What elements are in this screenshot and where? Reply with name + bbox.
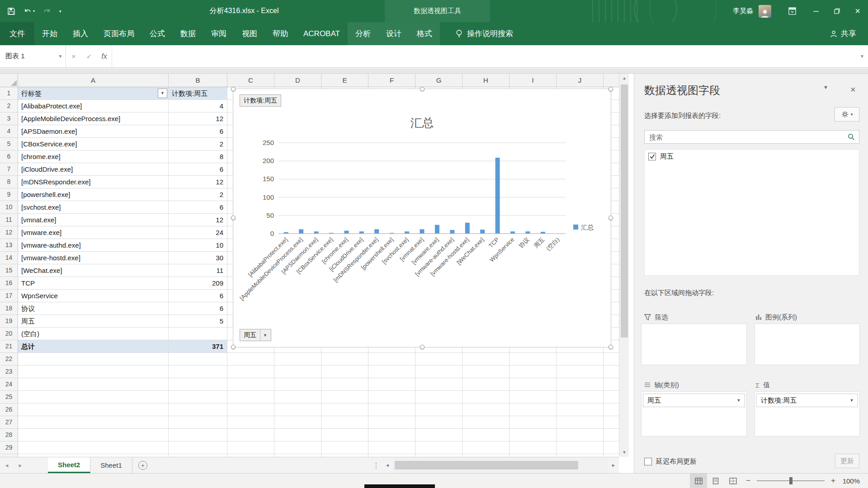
cell-B26[interactable] [169,404,227,416]
cell-C26[interactable] [227,404,274,416]
column-header-G[interactable]: G [415,74,462,87]
cell-B5[interactable]: 2 [169,138,227,150]
bar-[AppleMobileDeviceProcess.exe][interactable] [299,229,303,234]
bar-WpnService[interactable] [510,231,515,234]
row-header-29[interactable]: 29 [0,441,18,454]
cell-B15[interactable]: 11 [169,264,227,277]
cell-A2[interactable]: [AlibabaProtect.exe] [18,100,169,113]
undo-dropdown-icon[interactable]: ▾ [33,9,35,13]
cell-J28[interactable] [557,429,604,441]
cell-B18[interactable]: 6 [169,302,227,315]
cell-J26[interactable] [557,404,604,416]
row-header-25[interactable]: 25 [0,391,18,404]
row-header-12[interactable]: 12 [0,226,18,239]
insert-function-button[interactable]: fx [97,45,112,67]
row-header-7[interactable]: 7 [0,163,18,176]
ribbon-tab-帮助[interactable]: 帮助 [265,22,296,45]
pivot-chart[interactable]: 050100150200250[AlibabaProtect.exe][Appl… [233,89,611,347]
horizontal-scrollbar[interactable]: ◄ ► [382,457,619,473]
cell-I23[interactable] [509,366,557,378]
cell-B17[interactable]: 6 [169,290,227,302]
hscroll-left-icon[interactable]: ◄ [382,457,393,473]
field-search-box[interactable] [644,130,859,144]
zoom-slider-knob[interactable] [789,477,793,484]
cell-C25[interactable] [227,391,274,404]
vertical-scroll-thumb[interactable] [621,84,628,338]
share-button[interactable]: 共享 [818,22,868,45]
cell-F25[interactable] [368,391,415,404]
row-header-19[interactable]: 19 [0,315,18,328]
cell-A8[interactable]: [mDNSResponder.exe] [18,176,169,188]
ribbon-tab-插入[interactable]: 插入 [65,22,96,45]
bar-[vmware-hostd.exe][interactable] [465,223,470,234]
cell-E24[interactable] [321,378,368,391]
chart-handle-top-mid[interactable] [420,87,425,91]
cell-H24[interactable] [462,378,509,391]
user-name[interactable]: 李昊淼 [733,7,753,15]
legend-zone-box[interactable] [755,324,860,365]
axis-zone-item-周五[interactable]: 周五▼ [643,394,745,407]
cell-E23[interactable] [321,366,368,378]
cell-G23[interactable] [415,366,462,378]
cell-G22[interactable] [415,353,462,366]
defer-layout-checkbox[interactable] [644,458,652,465]
cell-A21[interactable]: 总计 [18,340,169,353]
row-header-26[interactable]: 26 [0,404,18,416]
cell-A7[interactable]: [iCloudDrive.exe] [18,163,169,176]
row-header-21[interactable]: 21 [0,340,18,353]
cell-H25[interactable] [462,391,509,404]
row-header-23[interactable]: 23 [0,366,18,378]
chart-handle-mid-left[interactable] [231,216,236,220]
chart-handle-mid-right[interactable] [609,216,613,220]
page-layout-view-button[interactable] [707,474,724,488]
cell-D24[interactable] [274,378,321,391]
cell-B1[interactable]: 计数项:周五 [169,87,227,100]
cell-B2[interactable]: 4 [169,100,227,113]
column-header-D[interactable]: D [274,74,321,87]
row-labels-filter-button[interactable]: ▼ [158,89,167,98]
cell-F28[interactable] [368,429,415,441]
column-header-H[interactable]: H [462,74,509,87]
bar-[iCloudDrive.exe][interactable] [359,231,364,234]
bar-[WeChat.exe][interactable] [480,230,485,234]
cell-B6[interactable]: 8 [169,150,227,163]
cell-A28[interactable] [18,429,169,441]
zoom-slider[interactable] [757,480,825,481]
row-header-9[interactable]: 9 [0,188,18,201]
ribbon-tab-视图[interactable]: 视图 [234,22,265,45]
zoom-level[interactable]: 100% [840,477,868,485]
cell-E25[interactable] [321,391,368,404]
cell-G29[interactable] [415,441,462,454]
cell-A26[interactable] [18,404,169,416]
cell-G25[interactable] [415,391,462,404]
cell-J24[interactable] [557,378,604,391]
cell-A17[interactable]: WpnService [18,290,169,302]
cell-G24[interactable] [415,378,462,391]
row-header-4[interactable]: 4 [0,125,18,138]
cell-D22[interactable] [274,353,321,366]
cell-F27[interactable] [368,416,415,429]
cell-A25[interactable] [18,391,169,404]
cell-A20[interactable]: (空白) [18,328,169,340]
row-header-10[interactable]: 10 [0,201,18,214]
cell-B8[interactable]: 12 [169,176,227,188]
row-header-17[interactable]: 17 [0,290,18,302]
scroll-up-icon[interactable]: ▲ [619,74,629,83]
cell-E22[interactable] [321,353,368,366]
cell-B20[interactable] [169,328,227,340]
cell-H27[interactable] [462,416,509,429]
cell-A12[interactable]: [vmware.exe] [18,226,169,239]
cell-C28[interactable] [227,429,274,441]
cell-B10[interactable]: 6 [169,201,227,214]
cell-I22[interactable] [509,353,557,366]
cell-B16[interactable]: 209 [169,277,227,290]
bar-协议[interactable] [525,231,530,234]
cell-E29[interactable] [321,441,368,454]
cell-H29[interactable] [462,441,509,454]
field-search-input[interactable] [645,133,848,141]
cell-B3[interactable]: 12 [169,113,227,125]
name-box[interactable]: 图表 1 [0,45,55,67]
pane-tools-button[interactable]: ▾ [835,107,859,122]
column-header-J[interactable]: J [557,74,604,87]
hscroll-track[interactable] [393,457,608,473]
